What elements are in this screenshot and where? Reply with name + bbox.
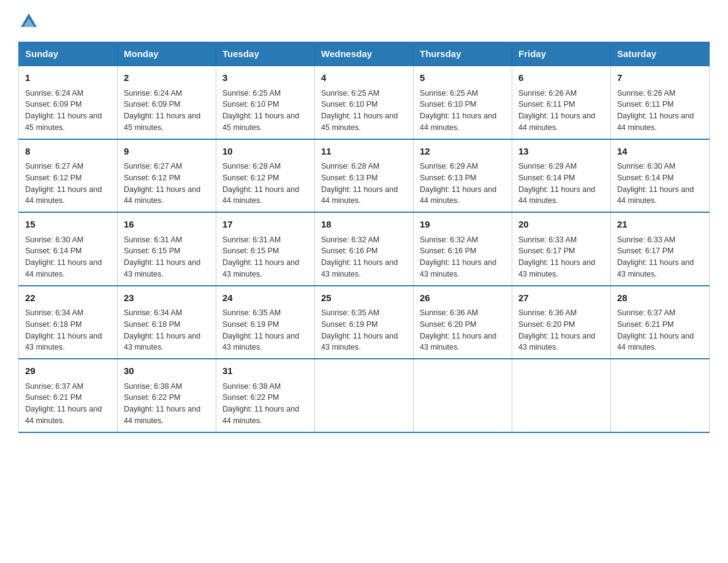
calendar-week-row: 15Sunrise: 6:30 AMSunset: 6:14 PMDayligh…	[19, 212, 710, 286]
sunrise-text: Sunrise: 6:26 AM	[518, 89, 577, 98]
sunset-text: Sunset: 6:09 PM	[124, 100, 180, 109]
day-number: 15	[25, 218, 111, 232]
daylight-text: Daylight: 11 hours and 43 minutes.	[124, 258, 200, 278]
day-number: 11	[321, 145, 407, 159]
logo-icon	[20, 11, 38, 29]
day-number: 30	[124, 364, 210, 378]
daylight-text: Daylight: 11 hours and 44 minutes.	[518, 185, 595, 205]
daylight-text: Daylight: 11 hours and 44 minutes.	[25, 185, 102, 205]
calendar-cell: 26Sunrise: 6:36 AMSunset: 6:20 PMDayligh…	[414, 286, 512, 359]
daylight-text: Daylight: 11 hours and 44 minutes.	[25, 405, 102, 425]
sunset-text: Sunset: 6:10 PM	[420, 100, 476, 109]
sunset-text: Sunset: 6:19 PM	[222, 320, 279, 329]
daylight-text: Daylight: 11 hours and 43 minutes.	[124, 332, 200, 352]
calendar-cell: 9Sunrise: 6:27 AMSunset: 6:12 PMDaylight…	[118, 139, 216, 213]
calendar-cell: 6Sunrise: 6:26 AMSunset: 6:11 PMDaylight…	[512, 66, 611, 139]
daylight-text: Daylight: 11 hours and 45 minutes.	[321, 112, 398, 132]
calendar-header-tuesday: Tuesday	[216, 42, 315, 66]
sunrise-text: Sunrise: 6:32 AM	[321, 236, 379, 244]
day-number: 10	[222, 145, 308, 159]
day-number: 28	[617, 291, 703, 305]
day-number: 24	[222, 291, 308, 305]
daylight-text: Daylight: 11 hours and 44 minutes.	[617, 185, 694, 205]
sunrise-text: Sunrise: 6:29 AM	[518, 162, 577, 170]
sunset-text: Sunset: 6:13 PM	[321, 174, 377, 182]
day-number: 13	[518, 145, 604, 159]
calendar-cell	[611, 359, 710, 432]
daylight-text: Daylight: 11 hours and 45 minutes.	[25, 112, 102, 132]
calendar-cell: 7Sunrise: 6:26 AMSunset: 6:11 PMDaylight…	[611, 66, 710, 139]
calendar-header-friday: Friday	[512, 42, 611, 66]
calendar-cell: 12Sunrise: 6:29 AMSunset: 6:13 PMDayligh…	[414, 139, 512, 213]
sunset-text: Sunset: 6:16 PM	[420, 247, 476, 255]
day-number: 4	[321, 71, 407, 85]
calendar-cell: 14Sunrise: 6:30 AMSunset: 6:14 PMDayligh…	[611, 139, 710, 213]
daylight-text: Daylight: 11 hours and 43 minutes.	[321, 332, 398, 352]
day-number: 18	[321, 218, 407, 232]
sunrise-text: Sunrise: 6:34 AM	[25, 308, 83, 317]
daylight-text: Daylight: 11 hours and 43 minutes.	[222, 332, 299, 352]
calendar-cell: 28Sunrise: 6:37 AMSunset: 6:21 PMDayligh…	[611, 286, 710, 359]
sunrise-text: Sunrise: 6:30 AM	[617, 162, 675, 170]
calendar-header-monday: Monday	[118, 42, 216, 66]
sunrise-text: Sunrise: 6:28 AM	[222, 162, 281, 170]
sunrise-text: Sunrise: 6:26 AM	[617, 89, 675, 98]
sunset-text: Sunset: 6:10 PM	[321, 100, 377, 109]
sunset-text: Sunset: 6:22 PM	[124, 393, 180, 402]
daylight-text: Daylight: 11 hours and 44 minutes.	[124, 185, 200, 205]
sunrise-text: Sunrise: 6:35 AM	[222, 308, 281, 317]
sunrise-text: Sunrise: 6:34 AM	[124, 308, 182, 317]
sunrise-text: Sunrise: 6:25 AM	[321, 89, 379, 98]
daylight-text: Daylight: 11 hours and 43 minutes.	[321, 258, 398, 278]
sunset-text: Sunset: 6:15 PM	[222, 247, 279, 255]
calendar-cell: 23Sunrise: 6:34 AMSunset: 6:18 PMDayligh…	[118, 286, 216, 359]
page-header	[18, 12, 710, 29]
sunset-text: Sunset: 6:20 PM	[420, 320, 476, 329]
day-number: 16	[124, 218, 210, 232]
daylight-text: Daylight: 11 hours and 44 minutes.	[321, 185, 398, 205]
calendar-header-thursday: Thursday	[414, 42, 512, 66]
day-number: 8	[25, 145, 111, 159]
calendar-cell: 19Sunrise: 6:32 AMSunset: 6:16 PMDayligh…	[414, 212, 512, 286]
sunrise-text: Sunrise: 6:31 AM	[222, 236, 281, 244]
day-number: 26	[420, 291, 506, 305]
sunset-text: Sunset: 6:17 PM	[617, 247, 673, 255]
sunrise-text: Sunrise: 6:37 AM	[25, 382, 83, 391]
daylight-text: Daylight: 11 hours and 43 minutes.	[25, 332, 102, 352]
calendar-cell: 2Sunrise: 6:24 AMSunset: 6:09 PMDaylight…	[118, 66, 216, 139]
calendar-cell: 16Sunrise: 6:31 AMSunset: 6:15 PMDayligh…	[118, 212, 216, 286]
day-number: 5	[420, 71, 506, 85]
day-number: 25	[321, 291, 407, 305]
sunset-text: Sunset: 6:15 PM	[124, 247, 180, 255]
calendar-cell: 21Sunrise: 6:33 AMSunset: 6:17 PMDayligh…	[611, 212, 710, 286]
calendar-header-row: SundayMondayTuesdayWednesdayThursdayFrid…	[19, 42, 710, 66]
sunrise-text: Sunrise: 6:29 AM	[420, 162, 478, 170]
day-number: 19	[420, 218, 506, 232]
daylight-text: Daylight: 11 hours and 44 minutes.	[617, 332, 694, 352]
day-number: 9	[124, 145, 210, 159]
sunrise-text: Sunrise: 6:28 AM	[321, 162, 379, 170]
calendar-cell: 3Sunrise: 6:25 AMSunset: 6:10 PMDaylight…	[216, 66, 315, 139]
daylight-text: Daylight: 11 hours and 44 minutes.	[617, 112, 694, 132]
calendar-cell	[315, 359, 414, 432]
sunset-text: Sunset: 6:21 PM	[617, 320, 673, 329]
day-number: 23	[124, 291, 210, 305]
daylight-text: Daylight: 11 hours and 44 minutes.	[420, 112, 496, 132]
day-number: 29	[25, 364, 111, 378]
logo	[18, 12, 38, 29]
sunset-text: Sunset: 6:18 PM	[124, 320, 180, 329]
sunrise-text: Sunrise: 6:37 AM	[617, 308, 675, 317]
daylight-text: Daylight: 11 hours and 45 minutes.	[124, 112, 200, 132]
calendar-cell: 15Sunrise: 6:30 AMSunset: 6:14 PMDayligh…	[19, 212, 118, 286]
calendar-cell: 25Sunrise: 6:35 AMSunset: 6:19 PMDayligh…	[315, 286, 414, 359]
calendar-cell: 18Sunrise: 6:32 AMSunset: 6:16 PMDayligh…	[315, 212, 414, 286]
calendar-cell: 5Sunrise: 6:25 AMSunset: 6:10 PMDaylight…	[414, 66, 512, 139]
daylight-text: Daylight: 11 hours and 43 minutes.	[518, 258, 595, 278]
calendar-cell: 10Sunrise: 6:28 AMSunset: 6:12 PMDayligh…	[216, 139, 315, 213]
sunrise-text: Sunrise: 6:38 AM	[124, 382, 182, 391]
day-number: 12	[420, 145, 506, 159]
calendar-cell	[414, 359, 512, 432]
day-number: 6	[518, 71, 604, 85]
daylight-text: Daylight: 11 hours and 44 minutes.	[124, 405, 200, 425]
calendar-week-row: 29Sunrise: 6:37 AMSunset: 6:21 PMDayligh…	[19, 359, 710, 432]
